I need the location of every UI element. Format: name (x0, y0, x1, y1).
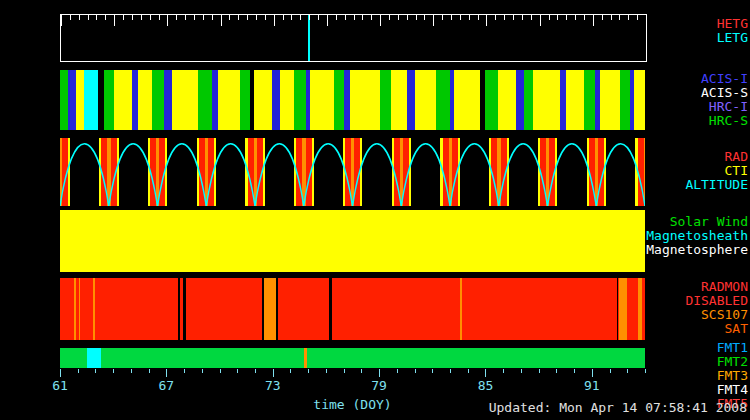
timeline-segment (638, 278, 642, 340)
ruler-tick (557, 15, 558, 20)
labels-regions: Solar WindMagnetosheathMagnetosphere (646, 215, 748, 257)
ruler-tick (540, 15, 541, 26)
timeline-segment (152, 70, 164, 130)
ruler-tick (336, 15, 337, 20)
timeline-segment (350, 70, 380, 130)
ruler-tick (362, 15, 363, 20)
timeline-segment (84, 70, 98, 130)
timeline-segment (304, 348, 308, 368)
timeline-segment (415, 70, 435, 130)
axis-tick (610, 369, 611, 373)
timeline-segment (620, 70, 630, 130)
timeline-segment (104, 70, 114, 130)
ruler-tick (424, 15, 425, 20)
axis-tick (521, 369, 522, 373)
timeline-segment (619, 278, 627, 340)
ruler-tick (646, 15, 647, 26)
updated-timestamp: Updated: Mon Apr 14 07:58:41 2008 (489, 400, 747, 415)
timeline-segment (264, 278, 276, 340)
axis-tick (379, 369, 380, 377)
ruler-tick (593, 15, 594, 26)
ruler-tick (486, 15, 487, 26)
axis-tick (308, 369, 309, 373)
timeline-segment (79, 278, 81, 340)
ruler-tick (345, 15, 346, 20)
band-instruments (60, 70, 645, 130)
timeline-segment (460, 278, 462, 340)
ruler-tick (167, 15, 168, 26)
ruler-tick (469, 15, 470, 20)
ruler-tick (628, 15, 629, 20)
ruler-tick (221, 15, 222, 26)
ruler-tick (513, 15, 514, 20)
axis-tick (60, 369, 61, 377)
timeline-segment (485, 70, 497, 130)
timeline-segment (272, 70, 280, 130)
ruler-tick (300, 15, 301, 20)
ruler-tick (96, 15, 97, 20)
ruler-tick (584, 15, 585, 20)
axis-tick (149, 369, 150, 373)
timeline-segment (87, 348, 100, 368)
axis-tick (468, 369, 469, 373)
timeline-segment (392, 70, 408, 130)
band-radiation (60, 138, 645, 206)
band-gratings (60, 14, 647, 62)
track-label: FMT2 (717, 355, 748, 369)
x-tick-label: 79 (371, 378, 387, 393)
timeline-segment (334, 70, 344, 130)
ruler-tick (176, 15, 177, 20)
ruler-tick (531, 15, 532, 20)
timeline-segment (294, 70, 306, 130)
track-label: FMT3 (717, 369, 748, 383)
timeline-segment (114, 70, 132, 130)
ruler-tick (495, 15, 496, 20)
ruler-tick (194, 15, 195, 20)
ruler-tick (123, 15, 124, 20)
axis-tick (361, 369, 362, 373)
ruler-tick (291, 15, 292, 20)
axis-tick (78, 369, 79, 373)
axis-tick (95, 369, 96, 373)
ruler-tick (274, 15, 275, 26)
timeline-plot: HETGLETG ACIS-IACIS-SHRC-IHRC-S RADCTIAL… (0, 0, 750, 420)
ruler-tick (141, 15, 142, 20)
track-label: HETG (717, 17, 748, 31)
timeline-segment (524, 70, 534, 130)
track-label: FMT4 (717, 383, 748, 397)
axis-tick (574, 369, 575, 373)
timeline-segment (60, 70, 68, 130)
timeline-segment (566, 70, 584, 130)
ruler-tick (114, 15, 115, 26)
track-label: DISABLED (685, 294, 748, 308)
timeline-segment (516, 70, 524, 130)
ruler-tick (309, 15, 310, 20)
track-label: SCS107 (685, 308, 748, 322)
ruler-tick (265, 15, 266, 20)
axis-tick (397, 369, 398, 373)
ruler-tick (575, 15, 576, 20)
ruler-tick (79, 15, 80, 20)
axis-tick (450, 369, 451, 373)
timeline-segment (280, 70, 294, 130)
ruler-tick (318, 15, 319, 20)
axis-tick (202, 369, 203, 373)
band-telemetry (60, 348, 645, 368)
ruler-tick (637, 15, 638, 20)
track-label: RADMON (685, 280, 748, 294)
x-axis-ticks (60, 369, 645, 378)
ruler-tick (132, 15, 133, 20)
track-label: Solar Wind (646, 215, 748, 229)
x-tick-label: 73 (265, 378, 281, 393)
track-label: RAD (685, 150, 748, 164)
axis-tick (344, 369, 345, 373)
track-label: HRC-I (701, 100, 748, 114)
ruler-tick (442, 15, 443, 20)
timeline-segment (172, 70, 199, 130)
axis-tick (503, 369, 504, 373)
axis-tick (485, 369, 486, 377)
ruler-tick (229, 15, 230, 20)
altitude-curve (60, 138, 645, 206)
axis-tick (131, 369, 132, 373)
ruler-tick (371, 15, 372, 20)
